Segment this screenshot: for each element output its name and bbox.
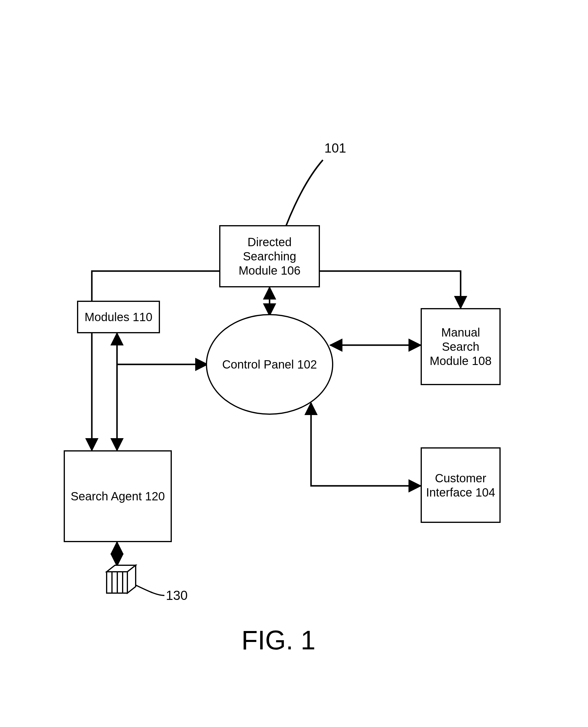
modules-box: Modules 110 [77,301,160,333]
svg-rect-0 [107,572,127,593]
customer-interface-box: Customer Interface 104 [421,447,501,523]
search-agent-label: Search Agent 120 [70,489,165,503]
leader-130 [136,585,164,596]
manual-search-module-label: Manual Search Module 108 [425,325,497,368]
directed-searching-module-label: Directed Searching Module 106 [223,235,316,277]
figure-label-text: FIG. 1 [241,625,315,655]
control-panel-ellipse: Control Panel 102 [206,314,333,415]
edge-102-104 [311,403,421,486]
server-ref-label: 130 [166,588,188,603]
manual-search-module-box: Manual Search Module 108 [421,308,501,385]
system-ref-text: 101 [324,141,346,155]
server-ref-text: 130 [166,588,188,603]
control-panel-label: Control Panel 102 [222,357,317,372]
search-agent-box: Search Agent 120 [64,450,172,542]
directed-searching-module-box: Directed Searching Module 106 [219,225,320,287]
figure-label: FIG. 1 [241,625,315,656]
customer-interface-label: Customer Interface 104 [425,471,497,499]
server-icon [107,565,136,593]
modules-label: Modules 110 [84,310,152,324]
system-ref-label: 101 [324,141,346,155]
